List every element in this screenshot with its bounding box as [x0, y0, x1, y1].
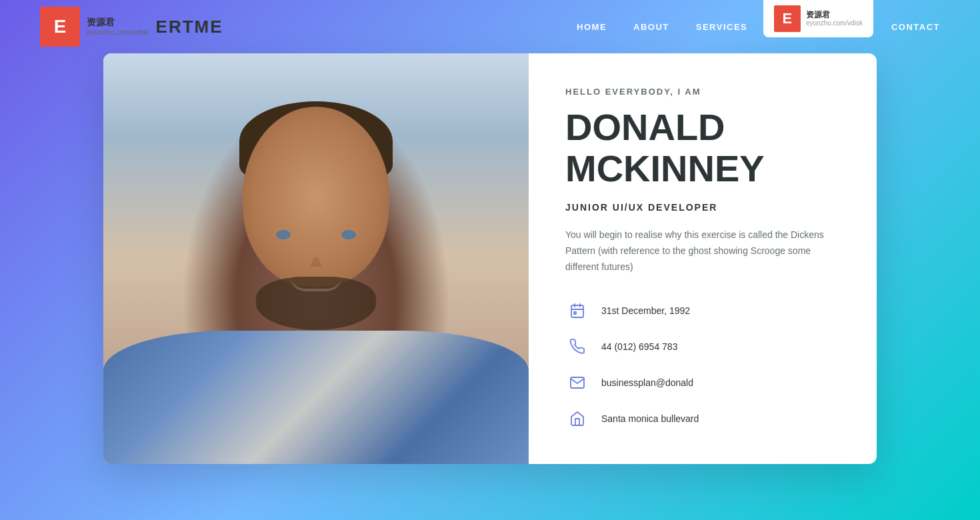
- person-name: DONALD MCKINNEY: [565, 107, 840, 189]
- address-value: Santa monica bullevard: [601, 413, 699, 424]
- person-title: JUNIOR UI/UX DEVELOPER: [565, 202, 840, 213]
- svg-rect-4: [574, 312, 576, 314]
- nav-home[interactable]: HOME: [577, 22, 607, 32]
- page-content: HELLO EVERYBODY, I AM DONALD MCKINNEY JU…: [0, 53, 980, 464]
- contact-email: businessplan@donald: [565, 371, 840, 395]
- profile-card: HELLO EVERYBODY, I AM DONALD MCKINNEY JU…: [103, 53, 877, 464]
- contact-address: Santa monica bullevard: [565, 407, 840, 431]
- logo-brand: 资源君: [87, 17, 149, 28]
- profile-image: [103, 53, 529, 464]
- contact-phone: 44 (012) 6954 783: [565, 335, 840, 359]
- nav-links: HOME ABOUT SERVICES PAGES BLOG CONTACT: [577, 21, 940, 33]
- wm-url: eyunzhu.com/vdisk: [806, 19, 863, 27]
- profile-info: HELLO EVERYBODY, I AM DONALD MCKINNEY JU…: [529, 53, 877, 464]
- calendar-icon: [565, 299, 589, 323]
- birthday-value: 31st December, 1992: [601, 305, 690, 316]
- logo-area: E 资源君 eyunzhu.com/vdisk ERTME: [40, 7, 223, 47]
- contact-list: 31st December, 1992 44 (012) 6954 783: [565, 299, 840, 431]
- nav-contact[interactable]: CONTACT: [891, 22, 940, 32]
- email-value: businessplan@donald: [601, 377, 693, 388]
- watermark: E 资源君 eyunzhu.com/vdisk: [763, 0, 873, 37]
- wm-brand: 资源君: [806, 10, 863, 19]
- email-icon: [565, 371, 589, 395]
- contact-birthday: 31st December, 1992: [565, 299, 840, 323]
- wm-logo-letter: E: [774, 5, 801, 32]
- logo-url: eyunzhu.com/vdisk: [87, 28, 149, 37]
- brand-name: ERTME: [156, 17, 223, 37]
- phone-icon: [565, 335, 589, 359]
- phone-value: 44 (012) 6954 783: [601, 341, 677, 352]
- home-icon: [565, 407, 589, 431]
- person-bio: You will begin to realise why this exerc…: [565, 227, 840, 275]
- nav-about[interactable]: ABOUT: [633, 22, 669, 32]
- logo-letter: E: [40, 7, 80, 47]
- nav-services[interactable]: SERVICES: [696, 22, 748, 32]
- svg-rect-0: [571, 305, 583, 317]
- greeting-text: HELLO EVERYBODY, I AM: [565, 87, 840, 97]
